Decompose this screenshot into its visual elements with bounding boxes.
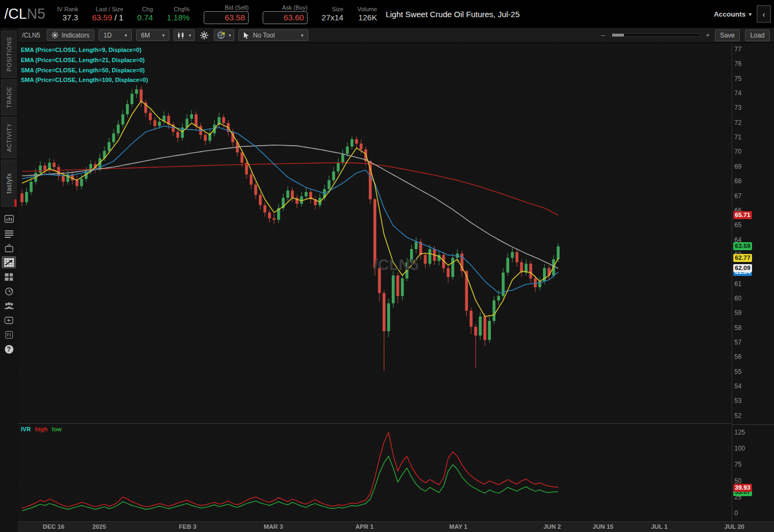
legend-sma50[interactable]: SMA (Price=CLOSE, Length=50, Displace=0) [21, 65, 148, 76]
zoom-out-button[interactable]: – [601, 31, 605, 39]
price-chart-canvas[interactable] [18, 43, 749, 424]
chg-label: Chg [142, 5, 153, 13]
legend-ema21[interactable]: EMA (Price=CLOSE, Length=21, Displace=0) [21, 55, 148, 65]
ivr-legend-name[interactable]: IVR [21, 426, 31, 432]
ask-button[interactable]: 63.60 [263, 11, 308, 24]
symbol-suffix: N5 [27, 6, 46, 22]
help-icon[interactable]: ? [2, 343, 16, 355]
price-axis-label: 57 [734, 339, 741, 346]
bid-value: 63.58 [225, 13, 245, 23]
sidebar-tab-trade[interactable]: TRADE [1, 79, 17, 115]
chevron-left-icon: ‹ [763, 10, 765, 19]
price-axis-label: 54 [734, 383, 741, 390]
chg-pct-value: 1.18% [167, 13, 190, 23]
price-pane[interactable]: EMA (Price=CLOSE, Length=9, Displace=0) … [18, 43, 749, 424]
ivr-chart-canvas[interactable] [18, 424, 749, 521]
price-axis-label: 52 [734, 412, 741, 419]
stat-chg: Chg 0.74 [137, 5, 153, 23]
header: /CLN5 IV Rank 37.3 Last / Size 63.59 / 1… [0, 0, 774, 28]
timeframe-value: 1D [103, 32, 111, 39]
time-axis-label: FEB 3 [179, 523, 197, 530]
time-axis-label: 2025 [92, 523, 106, 530]
legend-sma100[interactable]: SMA (Price=CLOSE, Length=100, Displace=0… [21, 75, 148, 85]
bid-button[interactable]: 63.58 [204, 11, 249, 24]
stat-volume: Volume 126K [358, 5, 377, 23]
price-axis[interactable]: 7776757473727170696867666564636261605958… [732, 43, 774, 424]
time-axis-label: MAR 3 [264, 523, 283, 530]
stat-bid: Bid (Sell) 63.58 [204, 4, 249, 24]
time-axis-label: JUN 15 [593, 523, 614, 530]
chart-style-dropdown[interactable]: ▾ [174, 29, 195, 41]
price-badge: 65.71 [733, 211, 752, 219]
price-axis-label: 58 [734, 324, 741, 332]
price-axis-label: 77 [734, 46, 741, 53]
ivr-axis[interactable]: 125100755025033.0739.93 [732, 424, 774, 521]
ivr-legend-low: low [52, 426, 62, 432]
zoom-slider-handle[interactable] [612, 34, 624, 36]
ivr-legend-high: high [35, 426, 47, 432]
quote-board-icon[interactable] [2, 213, 16, 225]
history-clock-icon[interactable] [2, 285, 16, 297]
price-axis-label: 72 [734, 119, 741, 126]
community-people-icon[interactable] [2, 299, 16, 312]
time-axis-label: APR 1 [355, 523, 374, 530]
ask-value: 63.60 [284, 13, 304, 23]
range-dropdown[interactable]: 6M ▾ [136, 29, 169, 41]
size-value: 27x14 [322, 13, 344, 23]
fi-label: FI [5, 331, 13, 339]
price-axis-label: 74 [734, 89, 741, 97]
stat-chg-pct: Chg% 1.18% [167, 5, 190, 23]
price-axis-label: 56 [734, 353, 741, 361]
indicators-label: Indicators [62, 32, 90, 39]
price-axis-label: 60 [734, 295, 741, 302]
apps-grid-icon[interactable] [2, 271, 16, 283]
zoom-slider[interactable] [610, 33, 700, 37]
replay-icon[interactable] [2, 314, 16, 326]
toolbar-symbol: /CLN5 [22, 32, 40, 39]
price-axis-label: 76 [734, 60, 741, 68]
range-value: 6M [141, 32, 150, 39]
stat-ask: Ask (Buy) 63.60 [263, 4, 308, 24]
save-button[interactable]: Save [715, 29, 740, 41]
cursor-icon [243, 32, 249, 39]
sidebar-tab-tastyfx[interactable]: tastyfx [1, 160, 17, 207]
stat-iv-rank: IV Rank 37.3 [57, 5, 78, 23]
sidebar-tab-positions[interactable]: POSITIONS [1, 31, 17, 78]
iv-rank-label: IV Rank [57, 5, 78, 13]
symbol-watermark: /CLN5 [374, 256, 419, 274]
price-axis-label: 69 [734, 163, 741, 170]
sidebar-tab-activity[interactable]: ACTIVITY [1, 117, 17, 158]
price-axis-label: 55 [734, 368, 741, 376]
chevron-down-icon: ▾ [749, 11, 751, 17]
price-axis-label: 68 [734, 177, 741, 185]
time-axis[interactable]: DEC 162025FEB 3MAR 3APR 1MAY 1JUN 2JUN 1… [18, 521, 774, 532]
layout-dropdown[interactable]: ▾ [214, 29, 235, 41]
chevron-down-icon: ▾ [301, 33, 304, 38]
fi-icon[interactable]: FI [2, 328, 16, 341]
candlestick-style-icon [177, 32, 185, 39]
time-axis-label: JUL 1 [651, 523, 667, 530]
accounts-dropdown[interactable]: Accounts ▾ [714, 10, 751, 18]
ivr-pane[interactable]: IVR high low [18, 424, 749, 521]
ivr-legend: IVR high low [21, 426, 62, 432]
time-axis-label: JUL 20 [724, 523, 745, 530]
price-axis-label: 61 [734, 280, 741, 288]
tool-dropdown[interactable]: No Tool ▾ [239, 29, 308, 41]
gear-icon [200, 31, 209, 40]
tv-icon[interactable] [2, 242, 16, 254]
load-button[interactable]: Load [745, 29, 770, 41]
watchlist-icon[interactable] [2, 227, 16, 239]
price-badge: 63.59 [733, 242, 752, 250]
collapse-panel-button[interactable]: ‹ [757, 5, 771, 23]
price-axis-label: 53 [734, 397, 741, 404]
last-size-label: Last / Size [96, 5, 123, 13]
price-badge: 62.77 [733, 254, 752, 262]
chart-settings-button[interactable] [199, 29, 210, 41]
symbol-title: /CLN5 [4, 6, 46, 23]
zoom-in-button[interactable]: + [705, 31, 710, 39]
legend-ema9[interactable]: EMA (Price=CLOSE, Length=9, Displace=0) [21, 45, 148, 55]
chart-icon[interactable] [2, 256, 16, 268]
timeframe-dropdown[interactable]: 1D ▾ [99, 29, 132, 41]
volume-value: 126K [358, 13, 377, 23]
indicators-button[interactable]: Indicators [47, 29, 94, 41]
